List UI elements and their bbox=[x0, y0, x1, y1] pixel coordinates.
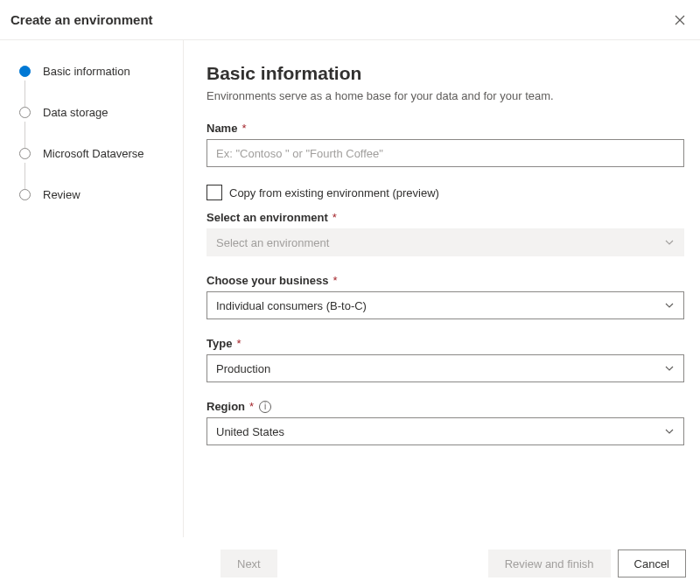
chevron-down-icon bbox=[664, 363, 675, 374]
step-basic-information[interactable]: Basic information bbox=[19, 65, 183, 78]
close-button[interactable] bbox=[674, 14, 686, 26]
wizard-steps-sidebar: Basic information Data storage Microsoft… bbox=[0, 40, 184, 537]
chevron-down-icon bbox=[664, 300, 675, 311]
type-dropdown[interactable]: Production bbox=[206, 354, 684, 382]
copy-existing-label: Copy from existing environment (preview) bbox=[229, 186, 439, 200]
select-environment-dropdown: Select an environment bbox=[206, 228, 684, 256]
type-value: Production bbox=[216, 362, 270, 375]
copy-existing-checkbox[interactable] bbox=[206, 185, 222, 200]
step-marker-icon bbox=[19, 189, 31, 200]
review-and-finish-button: Review and finish bbox=[488, 550, 611, 578]
step-label: Microsoft Dataverse bbox=[43, 147, 144, 160]
region-value: United States bbox=[216, 425, 284, 438]
cancel-button[interactable]: Cancel bbox=[618, 550, 686, 578]
business-label: Choose your business* bbox=[206, 274, 684, 287]
business-value: Individual consumers (B-to-C) bbox=[216, 299, 367, 312]
region-dropdown[interactable]: United States bbox=[206, 417, 684, 445]
page-title: Basic information bbox=[206, 63, 684, 84]
info-icon[interactable]: i bbox=[259, 401, 271, 413]
dialog-title: Create an environment bbox=[10, 12, 153, 27]
chevron-down-icon bbox=[664, 237, 675, 248]
type-label: Type* bbox=[206, 337, 684, 350]
page-description: Environments serve as a home base for yo… bbox=[206, 89, 684, 102]
name-input[interactable] bbox=[206, 139, 684, 167]
step-marker-icon bbox=[19, 66, 31, 77]
select-environment-label: Select an environment* bbox=[206, 211, 684, 224]
region-label: Region* i bbox=[206, 400, 684, 413]
select-environment-value: Select an environment bbox=[216, 236, 329, 249]
step-label: Review bbox=[43, 188, 80, 201]
step-marker-icon bbox=[19, 107, 31, 118]
step-label: Basic information bbox=[43, 65, 130, 78]
business-dropdown[interactable]: Individual consumers (B-to-C) bbox=[206, 291, 684, 319]
name-label: Name* bbox=[206, 122, 684, 135]
step-data-storage[interactable]: Data storage bbox=[19, 106, 183, 119]
chevron-down-icon bbox=[664, 426, 675, 437]
step-marker-icon bbox=[19, 148, 31, 159]
step-microsoft-dataverse[interactable]: Microsoft Dataverse bbox=[19, 147, 183, 160]
step-review[interactable]: Review bbox=[19, 188, 183, 201]
close-icon bbox=[675, 15, 685, 25]
next-button: Next bbox=[220, 550, 277, 578]
step-label: Data storage bbox=[43, 106, 108, 119]
